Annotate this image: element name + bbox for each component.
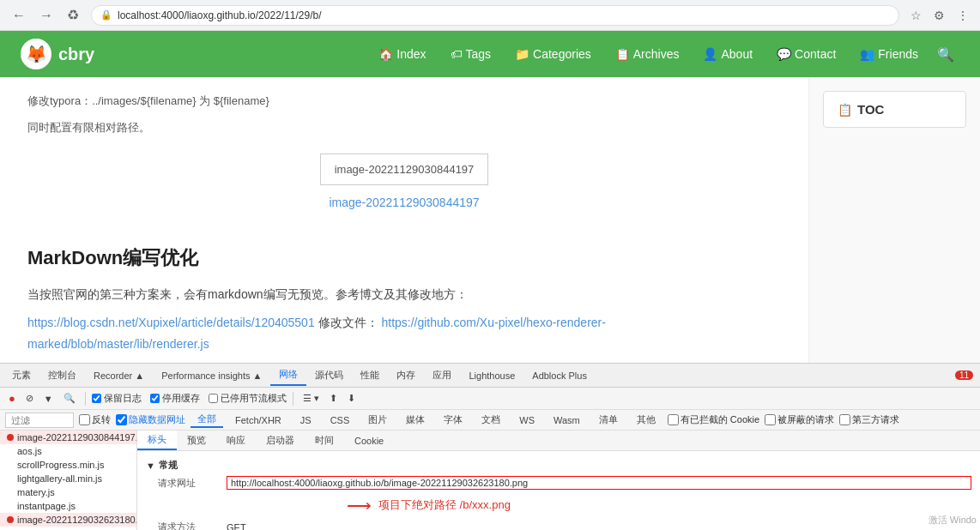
- file-name-3: lightgallery-all.min.js: [17, 473, 102, 484]
- throttle-dropdown[interactable]: ☰ ▾: [299, 391, 323, 406]
- toc-title: TOC: [857, 102, 884, 117]
- link1[interactable]: https://blog.csdn.net/Xupixel/article/de…: [27, 316, 315, 329]
- file-name-2: scrollProgress.min.js: [17, 460, 104, 470]
- tab-application[interactable]: 应用: [424, 365, 460, 385]
- file-item-6[interactable]: image-20221129032623180.png: [0, 513, 136, 527]
- file-name-6: image-20221129032623180.png: [17, 515, 136, 525]
- invert-filter[interactable]: 反转: [79, 413, 111, 426]
- file-item-2[interactable]: scrollProgress.min.js: [0, 458, 136, 472]
- invert-checkbox[interactable]: [79, 414, 90, 425]
- general-section-header[interactable]: ▼ 常规: [146, 456, 971, 474]
- tab-network[interactable]: 网络: [270, 364, 306, 386]
- details-tab-preview[interactable]: 预览: [177, 431, 216, 450]
- clear-button[interactable]: ⊘: [22, 391, 37, 406]
- filter-css[interactable]: CSS: [324, 414, 357, 426]
- nav-categories[interactable]: 📁 Categories: [505, 42, 602, 66]
- filter-img[interactable]: 图片: [361, 413, 394, 427]
- file-name-0: image-20221129030844197.png: [17, 432, 136, 443]
- nav-about[interactable]: 👤 About: [693, 42, 763, 66]
- tab-memory[interactable]: 内存: [388, 365, 424, 385]
- details-tab-timing[interactable]: 时间: [305, 431, 344, 450]
- record-button[interactable]: ●: [5, 390, 19, 407]
- nav-friends[interactable]: 👥 Friends: [850, 42, 929, 66]
- image-placeholder: image-20221129030844197: [320, 154, 489, 185]
- nav-archives[interactable]: 📋 Archives: [605, 42, 690, 66]
- tab-sources[interactable]: 源代码: [306, 365, 352, 385]
- filter-fetch-xhr[interactable]: Fetch/XHR: [228, 414, 288, 426]
- toc-box: 📋 TOC: [823, 91, 966, 128]
- offline-text: 已停用节流模式: [221, 392, 287, 405]
- third-party-checkbox[interactable]: [839, 414, 850, 425]
- filter-button[interactable]: ▼: [40, 392, 57, 406]
- details-tab-cookie[interactable]: Cookie: [344, 431, 394, 450]
- image-link[interactable]: image-20221129030844197: [329, 192, 479, 214]
- filter-input[interactable]: [5, 413, 74, 428]
- disable-cache-label[interactable]: 停用缓存: [150, 392, 200, 405]
- hide-data-urls-label: 隐藏数据网址: [129, 413, 185, 426]
- file-item-3[interactable]: lightgallery-all.min.js: [0, 472, 136, 485]
- file-item-0[interactable]: image-20221129030844197.png: [0, 431, 136, 444]
- file-item-4[interactable]: matery.js: [0, 485, 136, 499]
- details-tab-headers[interactable]: 标头: [137, 431, 177, 450]
- filter-font[interactable]: 字体: [437, 413, 469, 427]
- file-item-5[interactable]: instantpage.js: [0, 499, 136, 513]
- blocked-requests-checkbox[interactable]: [765, 414, 776, 425]
- menu-button[interactable]: ⋮: [953, 7, 973, 24]
- url-text: localhost:4000/liaoxg.github.io/2022/11/…: [118, 9, 322, 21]
- offline-checkbox[interactable]: [209, 394, 218, 403]
- details-tabs: 标头 预览 响应 启动器 时间 Cookie: [137, 431, 980, 451]
- details-tab-initiator[interactable]: 启动器: [256, 431, 305, 450]
- third-party-label: 第三方请求: [852, 413, 899, 426]
- preserve-log-label[interactable]: 保留日志: [92, 392, 142, 405]
- file-item-7[interactable]: alipay.jpg: [0, 527, 136, 530]
- forward-button[interactable]: →: [34, 6, 58, 25]
- browser-actions: ☆ ⚙ ⋮: [906, 7, 973, 24]
- extensions-button[interactable]: ⚙: [929, 7, 949, 24]
- disable-cache-checkbox[interactable]: [150, 394, 160, 403]
- filter-all[interactable]: 全部: [191, 412, 223, 428]
- filter-media[interactable]: 媒体: [399, 413, 432, 427]
- tab-performance[interactable]: 性能: [352, 365, 388, 385]
- hide-data-urls-filter[interactable]: 隐藏数据网址: [116, 413, 185, 426]
- url-bar[interactable]: 🔒 localhost:4000/liaoxg.github.io/2022/1…: [91, 5, 899, 26]
- filter-js[interactable]: JS: [293, 414, 318, 426]
- browser-nav: ← → ♻: [7, 5, 84, 25]
- blocked-requests-filter[interactable]: 被屏蔽的请求: [765, 413, 834, 426]
- request-url-key: 请求网址: [158, 477, 227, 490]
- nav-tags[interactable]: 🏷 Tags: [440, 42, 502, 66]
- tab-recorder[interactable]: Recorder ▲: [85, 367, 153, 384]
- third-party-filter[interactable]: 第三方请求: [839, 413, 899, 426]
- filter-clear[interactable]: 清单: [592, 413, 625, 427]
- search-button[interactable]: 🔍: [932, 41, 959, 68]
- tab-elements[interactable]: 元素: [3, 365, 39, 385]
- watermark: 激活 Windo: [929, 514, 977, 527]
- filter-ws[interactable]: WS: [512, 414, 541, 426]
- logo-icon: 🦊: [21, 39, 51, 69]
- download-button[interactable]: ⬇: [344, 391, 359, 406]
- filter-doc[interactable]: 文档: [475, 413, 507, 427]
- back-button[interactable]: ←: [7, 6, 31, 25]
- nav-index[interactable]: 🏠 Index: [368, 42, 436, 66]
- preserve-log-checkbox[interactable]: [92, 394, 101, 403]
- search-network-button[interactable]: 🔍: [60, 391, 79, 406]
- reload-button[interactable]: ♻: [62, 5, 84, 25]
- blocked-cookies-checkbox[interactable]: [668, 414, 679, 425]
- tab-performance-insights[interactable]: Performance insights ▲: [153, 367, 270, 384]
- upload-button[interactable]: ⬆: [326, 391, 341, 406]
- separator1: [85, 392, 86, 406]
- tab-lighthouse[interactable]: Lighthouse: [460, 367, 523, 384]
- blocked-cookies-filter[interactable]: 有已拦截的 Cookie: [668, 413, 759, 426]
- toc-header: 📋 TOC: [838, 102, 952, 117]
- main-area: 修改typora：../images/${filename} 为 ${filen…: [0, 77, 980, 363]
- bookmark-button[interactable]: ☆: [906, 7, 926, 24]
- filter-other[interactable]: 其他: [630, 413, 662, 427]
- dot-1: [7, 448, 14, 455]
- tab-adblock[interactable]: Adblock Plus: [523, 367, 596, 384]
- nav-contact[interactable]: 💬 Contact: [766, 42, 846, 66]
- filter-wasm[interactable]: Wasm: [547, 414, 587, 426]
- details-tab-response[interactable]: 响应: [216, 431, 256, 450]
- tab-console[interactable]: 控制台: [39, 365, 85, 385]
- file-item-1[interactable]: aos.js: [0, 444, 136, 458]
- offline-label[interactable]: 已停用节流模式: [209, 392, 287, 405]
- hide-data-urls-checkbox[interactable]: [116, 414, 127, 425]
